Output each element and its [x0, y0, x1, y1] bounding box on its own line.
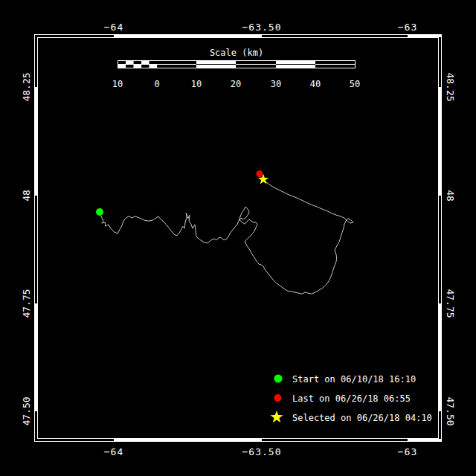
legend-last-label: Last on 06/26/18 06:55: [292, 393, 411, 404]
top-axis-label: −64: [104, 22, 123, 33]
scale-tick-label: 10: [191, 79, 202, 89]
top-axis-label: −63: [398, 22, 417, 33]
scale-bar-fifth: [141, 61, 149, 65]
figure-background: [0, 0, 476, 476]
map-figure: −64 −63.50 −63 −64 −63.50 −63 48.25 48 4…: [0, 0, 476, 476]
scale-tick-label: 30: [271, 79, 281, 89]
scale-tick-label: 0: [154, 79, 159, 89]
legend-start-label: Start on 06/10/18 16:10: [292, 374, 416, 385]
right-axis-label: 47.50: [445, 396, 456, 425]
right-axis-label: 48: [445, 190, 456, 202]
legend: Start on 06/10/18 16:10 Last on 06/26/18…: [270, 374, 431, 423]
left-axis-label: 48: [21, 190, 32, 202]
scale-tick-label: 40: [310, 79, 321, 89]
right-axis-label: 47.75: [445, 289, 456, 318]
left-axis-label: 47.75: [21, 289, 32, 318]
last-marker: [256, 170, 263, 177]
start-marker: [96, 208, 103, 216]
scale-bar-fifth: [126, 61, 134, 65]
bottom-axis-label: −63.50: [242, 446, 282, 457]
scale-bar-fifth: [134, 65, 142, 68]
right-axis-label: 48.25: [445, 72, 456, 101]
scale-bar-title: Scale (km): [210, 48, 263, 58]
legend-last-dot-icon: [274, 394, 282, 402]
bottom-axis-label: −63: [398, 446, 417, 457]
scale-bar-fifth: [149, 65, 158, 68]
scale-tick-label: 50: [350, 79, 360, 89]
bottom-axis-label: −64: [104, 446, 123, 457]
left-axis-label: 48.25: [21, 72, 32, 101]
scale-tick-label: 20: [231, 79, 241, 89]
scale-bar-fifth: [118, 65, 126, 68]
legend-selected-label: Selected on 06/26/18 04:10: [292, 413, 432, 423]
top-axis-label: −63.50: [242, 22, 282, 33]
scale-tick-label: 10: [112, 79, 123, 89]
left-axis-label: 47.50: [21, 396, 32, 425]
legend-start-dot-icon: [274, 375, 283, 383]
